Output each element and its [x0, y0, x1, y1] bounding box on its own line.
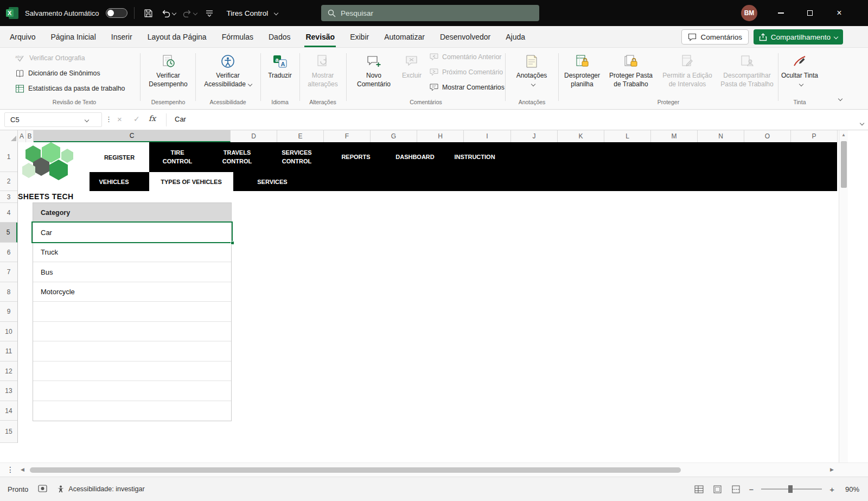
name-box-input[interactable]: [5, 116, 81, 124]
collapse-ribbon-button[interactable]: [835, 95, 845, 103]
cell-C8[interactable]: Motorcycle: [33, 282, 231, 302]
cell-C5[interactable]: Car: [33, 223, 231, 243]
undo-button[interactable]: [159, 5, 177, 21]
quick-access-toolbar-button[interactable]: [202, 5, 217, 21]
select-all-corner[interactable]: [0, 130, 18, 142]
close-button[interactable]: ×: [825, 0, 854, 26]
tab-ajuda[interactable]: Ajuda: [498, 26, 533, 47]
maximize-button[interactable]: [795, 0, 825, 26]
tab-inserir[interactable]: Inserir: [104, 26, 140, 47]
column-header-A[interactable]: A: [18, 130, 26, 142]
insert-function-icon[interactable]: fx: [149, 114, 156, 123]
column-header-C[interactable]: C: [34, 130, 231, 142]
delete-comment-button[interactable]: Excluir: [397, 51, 426, 80]
banner-tab-register[interactable]: REGISTER: [90, 142, 149, 172]
row-header-11[interactable]: 11: [0, 341, 17, 362]
tab-pagina-inicial[interactable]: Página Inicial: [43, 26, 103, 47]
chevron-down-icon[interactable]: [85, 117, 89, 122]
thesaurus-button[interactable]: Dicionário de Sinônimos: [15, 66, 100, 80]
scroll-right-arrow[interactable]: ▶: [830, 467, 834, 472]
row-header-2[interactable]: 2: [0, 172, 17, 191]
allow-edit-ranges-button[interactable]: Permitir a Edição de Intervalos: [658, 51, 717, 88]
page-break-view-button[interactable]: [730, 484, 741, 494]
minimize-button[interactable]: [766, 0, 795, 26]
normal-view-button[interactable]: [693, 484, 704, 494]
save-button[interactable]: [141, 5, 156, 21]
tab-desenvolvedor[interactable]: Desenvolvedor: [432, 26, 498, 47]
column-header-O[interactable]: O: [744, 130, 791, 142]
row-header-15[interactable]: 15: [0, 421, 17, 443]
cell-C14[interactable]: [33, 401, 231, 421]
new-comment-button[interactable]: Novo Comentário: [353, 51, 395, 88]
vertical-scrollbar[interactable]: ▲: [839, 130, 848, 462]
accessibility-status[interactable]: Acessibilidade: investigar: [57, 485, 144, 493]
hide-ink-button[interactable]: Ocultar Tinta: [781, 51, 819, 88]
column-header-K[interactable]: K: [558, 130, 604, 142]
banner-tab-reports[interactable]: REPORTS: [333, 142, 379, 172]
column-header-F[interactable]: F: [324, 130, 371, 142]
search-bar[interactable]: [321, 5, 539, 21]
row-header-5[interactable]: 5: [0, 223, 17, 243]
translate-button[interactable]: aA Traduzir: [264, 51, 296, 80]
row-header-4[interactable]: 4: [0, 203, 17, 223]
row-header-1[interactable]: 1: [0, 142, 17, 172]
cell-C10[interactable]: [33, 322, 231, 341]
banner-tab-travels-control[interactable]: TRAVELS CONTROL: [214, 142, 260, 172]
cell-C11[interactable]: [33, 341, 231, 362]
cell-C13[interactable]: [33, 381, 231, 401]
redo-button[interactable]: [181, 5, 199, 21]
row-header-9[interactable]: 9: [0, 302, 17, 322]
next-comment-button[interactable]: Próximo Comentário: [430, 65, 503, 79]
workbook-statistics-button[interactable]: Estatísticas da pasta de trabalho: [15, 81, 125, 96]
column-header-H[interactable]: H: [417, 130, 464, 142]
row-header-3[interactable]: 3: [0, 191, 17, 203]
sheet-grid[interactable]: SHEETS TECH REGISTER TIRE CONTROL TRAVEL…: [18, 142, 838, 462]
zoom-slider[interactable]: [761, 489, 822, 490]
column-header-J[interactable]: J: [511, 130, 558, 142]
autosave-toggle[interactable]: [106, 8, 127, 18]
formula-input[interactable]: Car: [175, 115, 186, 123]
cell-C12[interactable]: [33, 362, 231, 381]
banner-tab-services-control[interactable]: SERVICES CONTROL: [273, 142, 320, 172]
previous-comment-button[interactable]: Comentário Anterior: [430, 50, 501, 64]
name-box[interactable]: [4, 112, 102, 127]
column-header-N[interactable]: N: [698, 130, 744, 142]
check-accessibility-button[interactable]: Verificar Acessibilidade: [199, 51, 257, 88]
show-comments-button[interactable]: Mostrar Comentários: [430, 80, 505, 94]
confirm-entry-icon[interactable]: ✓: [133, 115, 140, 123]
zoom-in-button[interactable]: +: [829, 485, 834, 494]
unprotect-sheet-button[interactable]: Desproteger planilha: [560, 51, 604, 88]
row-header-14[interactable]: 14: [0, 401, 17, 421]
column-header-E[interactable]: E: [277, 130, 324, 142]
column-header-B[interactable]: B: [26, 130, 34, 142]
expand-formula-bar-button[interactable]: [860, 117, 864, 127]
banner-tab-dashboard[interactable]: DASHBOARD: [392, 142, 438, 172]
row-header-6[interactable]: 6: [0, 243, 17, 262]
banner-tab-tire-control[interactable]: TIRE CONTROL: [158, 142, 197, 172]
cell-C9[interactable]: [33, 302, 231, 322]
show-changes-button[interactable]: Mostrar alterações: [304, 51, 342, 88]
document-title[interactable]: Tires Control: [227, 9, 269, 17]
unshare-workbook-button[interactable]: Descompartilhar Pasta de Trabalho: [718, 51, 776, 88]
row-header-7[interactable]: 7: [0, 262, 17, 282]
horizontal-scroll-thumb[interactable]: [30, 467, 681, 473]
row-header-8[interactable]: 8: [0, 282, 17, 302]
tab-dados[interactable]: Dados: [261, 26, 298, 47]
column-header-P[interactable]: P: [791, 130, 838, 142]
banner-subtab-vehicles[interactable]: VEHICLES: [92, 172, 136, 191]
avatar[interactable]: BM: [741, 5, 757, 21]
page-layout-view-button[interactable]: [712, 484, 723, 494]
share-button[interactable]: Compartilhamento: [754, 29, 843, 45]
vertical-scroll-thumb[interactable]: [841, 141, 847, 188]
tab-layout-da-pagina[interactable]: Layout da Página: [140, 26, 214, 47]
notes-button[interactable]: Anotações: [514, 51, 549, 88]
cancel-entry-icon[interactable]: ×: [117, 115, 122, 124]
tab-exibir[interactable]: Exibir: [342, 26, 376, 47]
excel-logo-icon[interactable]: X: [4, 5, 21, 21]
chevron-down-icon[interactable]: [274, 11, 278, 15]
cell-C6[interactable]: Truck: [33, 243, 231, 262]
comments-button[interactable]: Comentários: [681, 29, 749, 45]
check-performance-button[interactable]: Verificar Desempenho: [146, 51, 190, 88]
column-header-L[interactable]: L: [604, 130, 651, 142]
column-header-I[interactable]: I: [464, 130, 511, 142]
